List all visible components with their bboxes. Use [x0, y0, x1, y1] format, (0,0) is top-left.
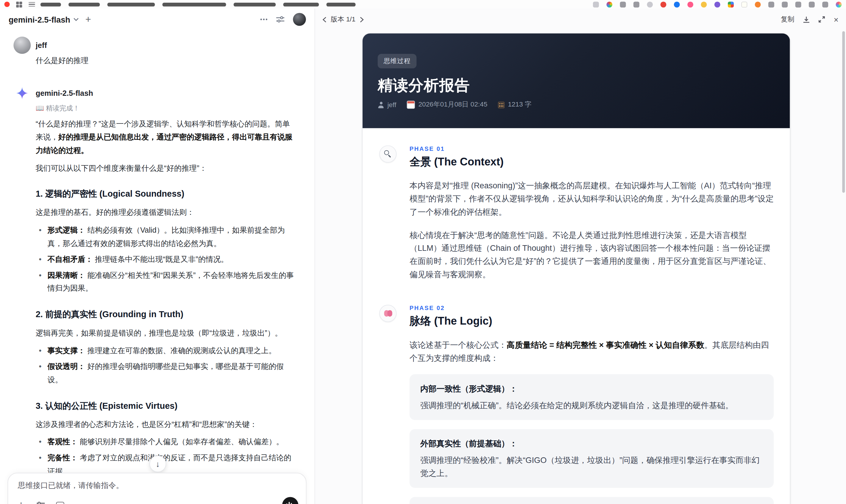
palette-icon[interactable]: [606, 1, 612, 7]
bullet-list: 事实支撑： 推理建立在可靠的数据、准确的观测或公认的真理之上。 假设透明： 好的…: [36, 344, 297, 386]
assistant-body: “什么是好的推理？”这是一个涉及逻辑学、认知科学和哲学核心的问题。简单来说，好的…: [36, 113, 297, 504]
scroll-to-bottom-button[interactable]: ↓: [149, 455, 166, 472]
list-item: 不自相矛盾： 推理链条中不能出现“既是又非”的情况。: [47, 253, 297, 266]
paragraph: 本内容是对“推理 (Reasoning)”这一抽象概念的高层建模。在知识爆炸与人…: [410, 179, 774, 219]
phase-title: 全景 (The Context): [410, 155, 774, 169]
word-count-icon: [498, 102, 505, 108]
message-author: gemini-2.5-flash: [36, 89, 297, 97]
chevron-down-icon[interactable]: [73, 18, 79, 21]
columns-icon[interactable]: [782, 1, 788, 7]
phone-icon[interactable]: [809, 1, 815, 7]
paragraph: 该论述基于一个核心公式：高质量结论 = 结构完整性 × 事实准确性 × 认知自律…: [410, 339, 774, 365]
panel-icon[interactable]: [54, 500, 65, 504]
list-item: 假设透明： 好的推理会明确指明哪些是已知事实，哪些是基于可能的假设。: [47, 360, 297, 386]
author-icon: [378, 102, 384, 108]
card-body: 强调推理的“经验校准”。解决“GIGO（垃圾进，垃圾出）”问题，确保推理引擎运行…: [420, 454, 763, 480]
purple-app-icon[interactable]: [715, 1, 720, 7]
report-body: PHASE 01 全景 (The Context) 本内容是对“推理 (Reas…: [363, 128, 790, 504]
tune-icon[interactable]: [276, 16, 284, 23]
red-app-icon[interactable]: [660, 1, 667, 7]
phase-1: PHASE 01 全景 (The Context) 本内容是对“推理 (Reas…: [379, 145, 774, 281]
message-author: jeff: [36, 41, 297, 50]
phase-2: PHASE 02 脉络 (The Logic) 该论述基于一个核心公式：高质量结…: [379, 305, 774, 504]
more-options-icon[interactable]: [260, 18, 268, 20]
version-next-icon[interactable]: [360, 16, 364, 22]
gear-icon[interactable]: [768, 1, 774, 7]
report-date: 2026年01月08日 02:45: [419, 100, 488, 109]
scrollbar[interactable]: [842, 31, 845, 193]
globe-icon[interactable]: [647, 1, 653, 7]
menu-icon[interactable]: [29, 2, 35, 7]
report-meta: jeff 2026年01月08日 02:45 1213 字: [378, 100, 532, 109]
brain-icon: [379, 305, 396, 322]
copy-button[interactable]: 复制: [781, 15, 794, 24]
new-chat-button[interactable]: +: [85, 15, 91, 24]
report-author: jeff: [387, 101, 396, 108]
paragraph: 核心情境在于解决“思考的随意性”问题。不论是人类通过批判性思维进行决策，还是大语…: [410, 229, 774, 281]
blue-app-icon[interactable]: [674, 1, 680, 7]
section-heading: 1. 逻辑的严密性 (Logical Soundness): [36, 186, 297, 201]
paragraph: “什么是好的推理？”这是一个涉及逻辑学、认知科学和哲学核心的问题。简单来说，好的…: [36, 117, 297, 157]
attach-plus-icon[interactable]: +: [16, 500, 27, 504]
phase-label: PHASE 02: [410, 305, 774, 311]
record-dot-icon[interactable]: [4, 1, 10, 7]
notes-icon[interactable]: [741, 1, 747, 7]
yellow-app-icon[interactable]: [701, 1, 707, 7]
list-item: 客观性： 能够识别并尽量排除个人偏见（如幸存者偏差、确认偏差）。: [47, 435, 297, 449]
section-lead: 这是推理的基石。好的推理必须遵循逻辑法则：: [36, 206, 297, 219]
section-lead: 逻辑再完美，如果前提是错误的，推理也是垃圾（即“垃圾进，垃圾出”）。: [36, 326, 297, 340]
list-item: 形式逻辑： 结构必须有效（Valid）。比如演绎推理中，如果前提全部为真，那么通…: [47, 223, 297, 250]
phase-label: PHASE 01: [410, 145, 774, 152]
version-label: 版本 1/1: [331, 15, 355, 24]
display-icon[interactable]: [795, 1, 801, 7]
report-title: 精读分析报告: [378, 75, 470, 96]
menubar: [0, 0, 846, 9]
composer-input[interactable]: 思维接口已就绪，请传输指令。: [18, 481, 296, 491]
voice-button[interactable]: [282, 497, 298, 504]
bullet-list: 形式逻辑： 结构必须有效（Valid）。比如演绎推理中，如果前提全部为真，那么通…: [36, 223, 297, 295]
section-lead: 这涉及推理者的心态和方法论，也是区分“杠精”和“思想家”的关键：: [36, 418, 297, 431]
list-item: 事实支撑： 推理建立在可靠的数据、准确的观测或公认的真理之上。: [47, 344, 297, 357]
copy-icon[interactable]: [593, 1, 599, 7]
magnifier-icon: [379, 145, 396, 163]
report-hero: 思维过程 精读分析报告 jeff 2026年01月08日 02:45 1213 …: [363, 33, 790, 128]
chat-panel: gemini-2.5-flash + jeff: [0, 8, 315, 504]
mic-icon[interactable]: [620, 1, 626, 7]
download-icon[interactable]: [803, 16, 810, 23]
close-icon[interactable]: ×: [834, 15, 839, 24]
user-message: jeff 什么是好的推理: [13, 37, 297, 67]
list-item: 因果清晰： 能准确区分“相关性”和“因果关系”，不会轻率地将先后发生的事情归为因…: [47, 269, 297, 295]
card-body: 强调推理的“机械正确”。结论必须在给定的规则系统内逻辑自洽，这是推理的硬件基础。: [420, 399, 763, 412]
chat-header: gemini-2.5-flash +: [0, 8, 315, 30]
logic-card: 内部一致性（形式逻辑）： 强调推理的“机械正确”。结论必须在给定的规则系统内逻辑…: [410, 374, 774, 420]
jeff-avatar: [13, 37, 31, 54]
expand-icon[interactable]: [818, 16, 825, 23]
hero-badge: 思维过程: [378, 54, 417, 68]
grid-app-icon[interactable]: [728, 1, 734, 7]
account-avatar[interactable]: [293, 13, 306, 25]
section-heading: 3. 认知的公正性 (Epistemic Virtues): [36, 398, 297, 414]
logic-card: 外部真实性（前提基础）： 强调推理的“经验校准”。解决“GIGO（垃圾进，垃圾出…: [410, 429, 774, 488]
artifact-card: 思维过程 精读分析报告 jeff 2026年01月08日 02:45 1213 …: [363, 33, 790, 504]
paragraph: 我们可以从以下四个维度来衡量什么是“好的推理”：: [36, 161, 297, 175]
model-selector[interactable]: gemini-2.5-flash: [8, 15, 70, 24]
pink-app-icon[interactable]: [687, 1, 693, 7]
logic-card: 主体伦理（认识美德）： 转向推理者的心理特征。引入奥卡姆剃刀和反向论证，旨在克服…: [410, 497, 774, 504]
window-grid-icon[interactable]: [16, 1, 22, 7]
camera-icon[interactable]: [633, 1, 639, 7]
message-text: 什么是好的推理: [36, 54, 297, 67]
battery-icon[interactable]: [822, 1, 828, 7]
calendar-icon: [407, 101, 415, 109]
app-window: gemini-2.5-flash + jeff: [0, 0, 846, 504]
card-title: 内部一致性（形式逻辑）：: [420, 382, 763, 395]
tools-icon[interactable]: [35, 500, 46, 504]
chat-message-list[interactable]: jeff 什么是好的推理 gemini-2.5-flash 📖 精读完成！ “什: [0, 30, 315, 504]
composer[interactable]: 思维接口已就绪，请传输指令。 +: [7, 473, 306, 504]
rainbow-app-icon[interactable]: [836, 1, 842, 7]
phase-title: 脉络 (The Logic): [410, 314, 774, 328]
version-prev-icon[interactable]: [323, 16, 327, 22]
orange-app-icon[interactable]: [755, 1, 761, 7]
gemini-icon: [13, 84, 31, 102]
menubar-menus[interactable]: [40, 2, 356, 6]
artifact-toolbar: 版本 1/1 复制 ×: [315, 8, 846, 30]
